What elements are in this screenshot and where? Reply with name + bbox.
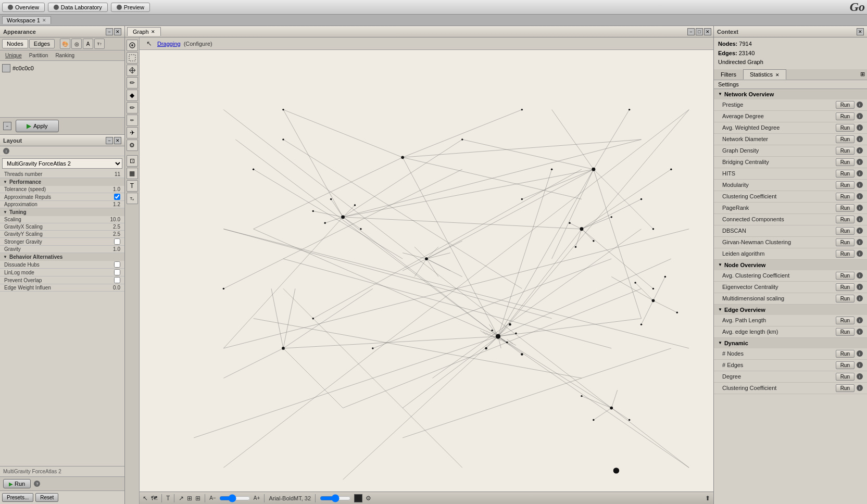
workspace-tab[interactable]: Workspace 1 ✕ [2,16,51,24]
degree-run-btn[interactable]: Run [836,373,855,381]
dynamic-header[interactable]: ▼ Dynamic [714,338,867,348]
presets-button[interactable]: Presets... [2,493,33,502]
stronger-gravity-checkbox[interactable] [114,238,120,245]
num-edges-run-btn[interactable]: Run [836,361,855,369]
color-icon[interactable]: 🎨 [60,39,70,49]
prestige-info-dot[interactable]: i [857,102,863,108]
filters-tab[interactable]: Filters [714,69,743,80]
data-laboratory-button[interactable]: Data Laboratory [48,3,108,12]
avg-edge-km-run-btn[interactable]: Run [836,328,855,336]
unique-tab[interactable]: Unique [2,52,25,59]
graph-tab[interactable]: Graph ✕ [127,27,161,36]
magic-tool[interactable]: ◆ [127,90,138,101]
avg-path-info-dot[interactable]: i [857,317,863,323]
dissuade-checkbox[interactable] [114,261,120,268]
avg-path-run-btn[interactable]: Run [836,317,855,324]
reset-button[interactable]: Reset [35,493,58,502]
avg-degree-info-dot[interactable]: i [857,113,863,119]
select-icon[interactable]: ↖ [143,495,148,502]
num-nodes-info-dot[interactable]: i [857,350,863,357]
network-diameter-run-btn[interactable]: Run [836,135,855,143]
girvan-newman-run-btn[interactable]: Run [836,238,855,246]
eraser-tool[interactable]: ✏ [127,102,138,114]
avg-clustering-info-dot[interactable]: i [857,272,863,279]
label-color-icon[interactable]: A [83,39,93,49]
dbscan-run-btn[interactable]: Run [836,227,855,235]
eigenvector-info-dot[interactable]: i [857,284,863,290]
node-overview-header[interactable]: ▼ Node Overview [714,260,867,270]
leiden-run-btn[interactable]: Run [836,250,855,258]
avg-degree-run-btn[interactable]: Run [836,112,855,120]
hits-info-dot[interactable]: i [857,170,863,177]
edges-tab[interactable]: Edges [29,39,55,48]
multidim-run-btn[interactable]: Run [836,295,855,303]
modularity-run-btn[interactable]: Run [836,181,855,189]
appearance-close[interactable]: ✕ [114,28,121,35]
zoom-fit-tool[interactable]: ⊡ [127,155,138,167]
multidim-info-dot[interactable]: i [857,295,863,301]
bridging-centrality-run-btn[interactable]: Run [836,158,855,166]
num-edges-info-dot[interactable]: i [857,362,863,368]
map-icon[interactable]: 🗺 [151,495,157,502]
graph-density-run-btn[interactable]: Run [836,147,855,155]
fs-expand-btn[interactable]: ⊞ [858,70,867,79]
appearance-minimize[interactable]: − [106,28,113,35]
layout-select[interactable]: MultiGravity ForceAtlas 2 [2,158,122,169]
statistics-tab[interactable]: Statistics ✕ [743,69,786,80]
dbscan-info-dot[interactable]: i [857,228,863,234]
apply-button[interactable]: ▶ Apply [16,120,59,132]
run-button[interactable]: ▶ Run [3,479,31,488]
font-size-slider[interactable] [320,496,351,500]
num-nodes-run-btn[interactable]: Run [836,350,855,358]
pagerank-run-btn[interactable]: Run [836,204,855,212]
context-close[interactable]: ✕ [857,28,864,35]
zoom-plus[interactable]: A+ [254,495,260,501]
clustering-coef2-run-btn[interactable]: Run [836,384,855,392]
grid-icon[interactable]: ⊞ [195,495,200,502]
edge-overview-header[interactable]: ▼ Edge Overview [714,305,867,315]
clustering-coef-info-dot[interactable]: i [857,193,863,199]
layout-minimize[interactable]: − [106,137,113,144]
settings-subtab[interactable]: Settings [714,80,867,89]
settings-tool[interactable]: ⚙ [127,140,138,151]
size-icon[interactable]: ◎ [71,39,82,49]
preview-button[interactable]: Preview [111,3,150,12]
settings-bt-icon[interactable]: ⚙ [366,495,371,502]
ranking-tab[interactable]: Ranking [52,52,78,59]
linlog-checkbox[interactable] [114,269,120,275]
configure-label[interactable]: (Configure) [184,41,212,47]
text-tool[interactable]: ✏ [127,115,138,126]
overview-button[interactable]: Overview [2,3,45,12]
degree-info-dot[interactable]: i [857,373,863,380]
grid-tool[interactable]: ▦ [127,168,138,179]
nodes-tab[interactable]: Nodes [2,39,28,48]
modularity-info-dot[interactable]: i [857,182,863,188]
prevent-overlap-checkbox[interactable] [114,277,120,283]
zoom-slider[interactable] [219,496,250,500]
pagerank-info-dot[interactable]: i [857,205,863,211]
graph-close-btn[interactable]: ✕ [704,28,711,35]
drag-tool[interactable] [127,40,138,51]
prestige-run-btn[interactable]: Run [836,101,855,109]
network-overview-header[interactable]: ▼ Network Overview [714,89,867,99]
hits-run-btn[interactable]: Run [836,170,855,178]
layout-icon[interactable]: ⊞ [187,495,192,502]
zoom-minus[interactable]: A− [209,495,216,501]
minimize-btn[interactable]: − [3,122,11,130]
girvan-newman-info-dot[interactable]: i [857,239,863,245]
avg-weighted-info-dot[interactable]: i [857,124,863,131]
text-tool-3[interactable]: Tₐ [127,193,138,204]
avg-clustering-run-btn[interactable]: Run [836,272,855,280]
move-tool[interactable] [127,65,138,76]
color-swatch[interactable] [2,64,10,72]
graph-min-btn[interactable]: − [687,28,695,35]
eigenvector-run-btn[interactable]: Run [836,283,855,291]
graph-max-btn[interactable]: □ [696,28,703,35]
approx-repuls-checkbox[interactable] [114,194,120,200]
plane-tool[interactable]: ✈ [127,127,138,138]
select-tool[interactable] [127,52,138,64]
connected-comp-info-dot[interactable]: i [857,216,863,222]
pencil-tool[interactable]: ✏ [127,77,138,89]
partition-tab[interactable]: Partition [26,52,52,59]
label-size-icon[interactable]: T↑ [94,39,105,49]
